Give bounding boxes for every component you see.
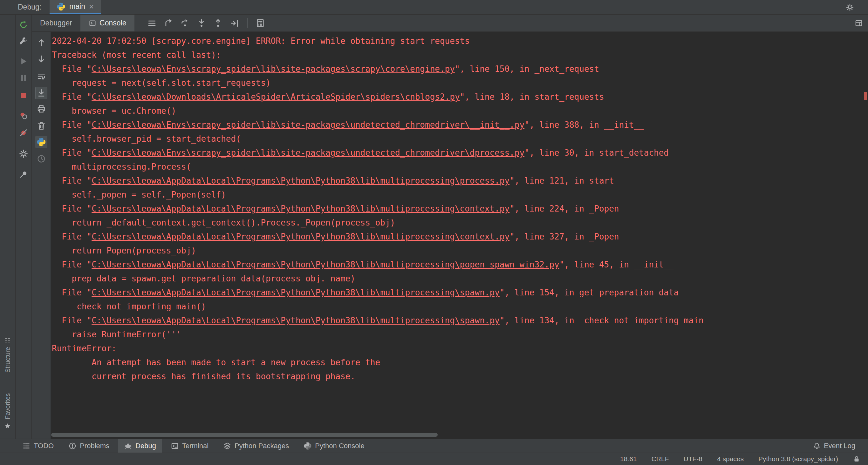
tool-window-python-packages[interactable]: Python Packages bbox=[217, 439, 294, 453]
line-prefix: File " bbox=[52, 92, 92, 102]
python-console-icon bbox=[304, 442, 312, 450]
mute-breakpoints-button[interactable] bbox=[18, 127, 30, 139]
terminal-icon bbox=[171, 442, 179, 450]
line-prefix: File " bbox=[52, 120, 92, 130]
file-link[interactable]: C:\Users\leowa\AppData\Local\Programs\Py… bbox=[92, 316, 500, 325]
step-into-button[interactable] bbox=[195, 17, 208, 29]
hamburger-icon bbox=[147, 19, 157, 28]
separator bbox=[247, 18, 248, 28]
console-line: request = next(self.slot.start_requests) bbox=[52, 76, 860, 90]
console-line: File "C:\Users\leowa\AppData\Local\Progr… bbox=[52, 313, 860, 328]
console-line: multiprocessing.Process( bbox=[52, 160, 860, 174]
console-line: File "C:\Users\leowa\AppData\Local\Progr… bbox=[52, 258, 860, 272]
caret-position[interactable]: 18:61 bbox=[620, 455, 637, 463]
file-encoding[interactable]: UTF-8 bbox=[683, 455, 703, 463]
tool-window-label: Debug bbox=[135, 442, 156, 450]
python-packages-icon bbox=[223, 442, 231, 450]
file-link[interactable]: C:\Users\leowa\AppData\Local\Programs\Py… bbox=[92, 204, 509, 213]
show-execution-point-button[interactable] bbox=[162, 17, 175, 29]
pin-icon bbox=[19, 170, 28, 179]
console-line: return Popen(process_obj) bbox=[52, 244, 860, 258]
stripe-favorites[interactable]: Favorites bbox=[0, 393, 15, 429]
separator bbox=[139, 18, 139, 28]
file-link[interactable]: C:\Users\leowa\Envs\scrapy_spider\lib\si… bbox=[92, 64, 455, 74]
pin-button[interactable] bbox=[18, 168, 30, 180]
tool-window-label: Python Console bbox=[315, 442, 364, 450]
step-into-icon bbox=[197, 19, 206, 28]
clear-all-button[interactable] bbox=[35, 120, 48, 132]
indent-setting[interactable]: 4 spaces bbox=[717, 455, 744, 463]
tab-console[interactable]: Console bbox=[81, 14, 134, 31]
console-line: File "C:\Users\leowa\Envs\scrapy_spider\… bbox=[52, 62, 860, 76]
console-line: _check_not_importing_main() bbox=[52, 300, 860, 313]
gear-icon[interactable] bbox=[846, 3, 854, 11]
run-to-cursor-button[interactable] bbox=[228, 17, 241, 29]
rerun-icon bbox=[19, 20, 28, 30]
tool-window-python-console[interactable]: Python Console bbox=[298, 439, 370, 453]
python-prompt-button[interactable] bbox=[35, 136, 48, 148]
line-separator[interactable]: CRLF bbox=[652, 455, 669, 463]
stop-button[interactable] bbox=[18, 89, 30, 101]
event-log-icon bbox=[813, 442, 820, 450]
line-prefix: File " bbox=[52, 64, 92, 74]
file-link[interactable]: C:\Users\leowa\AppData\Local\Programs\Py… bbox=[92, 260, 559, 269]
tool-window-label: Terminal bbox=[182, 442, 209, 450]
tool-window-debug[interactable]: Debug bbox=[118, 439, 162, 453]
evaluate-expression-button[interactable] bbox=[254, 17, 266, 29]
layout-menu-button[interactable] bbox=[146, 17, 158, 29]
history-button[interactable] bbox=[35, 153, 48, 165]
line-prefix: File " bbox=[52, 176, 92, 186]
settings-button[interactable] bbox=[18, 148, 30, 160]
layout-icon[interactable] bbox=[855, 19, 863, 27]
view-breakpoints-button[interactable] bbox=[18, 109, 30, 122]
console-line: Traceback (most recent call last): bbox=[52, 48, 860, 62]
line-prefix: File " bbox=[52, 288, 92, 297]
settings-gear-icon bbox=[19, 149, 28, 159]
console-controls bbox=[32, 32, 51, 439]
line-prefix: File " bbox=[52, 232, 92, 241]
scroll-to-end-button[interactable] bbox=[35, 87, 48, 99]
tab-main[interactable]: main × bbox=[50, 0, 101, 14]
file-link[interactable]: C:\Users\leowa\AppData\Local\Programs\Py… bbox=[92, 288, 500, 297]
lock-icon[interactable] bbox=[853, 455, 860, 463]
horizontal-scrollbar[interactable] bbox=[51, 433, 438, 437]
tool-window-terminal[interactable]: Terminal bbox=[165, 439, 214, 453]
resume-icon bbox=[19, 57, 28, 66]
event-log-button[interactable]: Event Log bbox=[813, 439, 868, 453]
close-icon[interactable]: × bbox=[89, 3, 94, 11]
title-bar: Debug: main × bbox=[0, 0, 868, 14]
file-link[interactable]: C:\Users\leowa\Envs\scrapy_spider\lib\si… bbox=[92, 148, 524, 158]
pause-button[interactable] bbox=[18, 72, 30, 84]
console-line: File "C:\Users\leowa\AppData\Local\Progr… bbox=[52, 202, 860, 216]
favorites-star-icon bbox=[4, 423, 11, 429]
modify-run-configuration-button[interactable] bbox=[18, 35, 30, 47]
print-button[interactable] bbox=[35, 103, 48, 115]
step-out-button[interactable] bbox=[212, 17, 224, 29]
tool-window-label: TODO bbox=[34, 442, 54, 450]
file-link[interactable]: C:\Users\leowa\AppData\Local\Programs\Py… bbox=[92, 232, 509, 241]
resume-button[interactable] bbox=[18, 55, 30, 67]
console-line: browser = uc.Chrome() bbox=[52, 104, 860, 118]
rerun-button[interactable] bbox=[18, 19, 30, 31]
console-line: File "C:\Users\leowa\AppData\Local\Progr… bbox=[52, 174, 860, 188]
tab-console-label: Console bbox=[99, 19, 126, 27]
tool-window-problems[interactable]: Problems bbox=[63, 439, 115, 453]
next-occurrence-button[interactable] bbox=[35, 53, 48, 65]
tab-debugger-label: Debugger bbox=[40, 19, 72, 27]
console-line: File "C:\Users\leowa\AppData\Local\Progr… bbox=[52, 286, 860, 300]
file-link[interactable]: C:\Users\leowa\Envs\scrapy_spider\lib\si… bbox=[92, 120, 524, 130]
tool-stripe: StructureFavorites bbox=[0, 14, 16, 439]
prev-occurrence-button[interactable] bbox=[35, 36, 48, 48]
stripe-structure[interactable]: Structure bbox=[0, 337, 15, 372]
interpreter[interactable]: Python 3.8 (scrapy_spider) bbox=[758, 455, 838, 463]
console-panel: 2022-04-20 17:02:50 [scrapy.core.engine]… bbox=[51, 32, 868, 439]
file-link[interactable]: C:\Users\leowa\AppData\Local\Programs\Py… bbox=[92, 176, 509, 186]
tool-window-todo[interactable]: TODO bbox=[17, 439, 59, 453]
python-icon bbox=[57, 2, 65, 11]
soft-wrap-button[interactable] bbox=[35, 70, 48, 82]
error-stripe-mark[interactable] bbox=[864, 92, 867, 100]
file-link[interactable]: C:\Users\leowa\Downloads\ArticaleSpider\… bbox=[92, 92, 460, 102]
step-over-button[interactable] bbox=[179, 17, 191, 29]
tab-debugger[interactable]: Debugger bbox=[32, 14, 81, 31]
step-over-icon bbox=[180, 19, 190, 28]
